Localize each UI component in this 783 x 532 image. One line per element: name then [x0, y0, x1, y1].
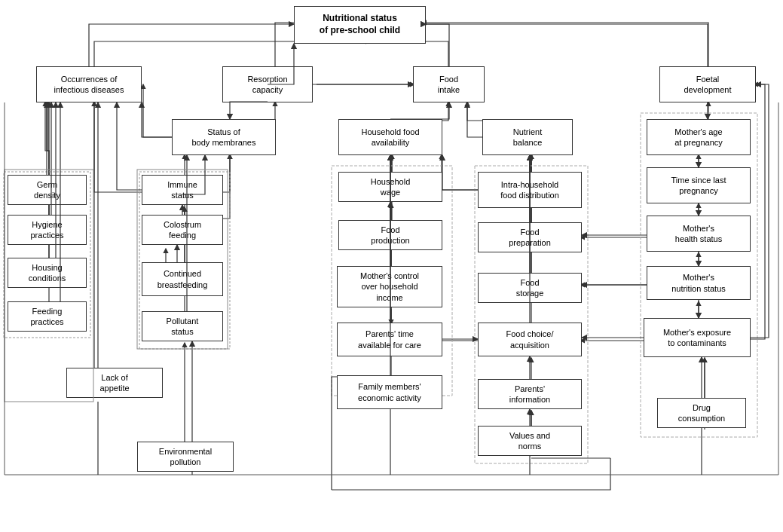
parents-time-box: Parents' timeavailable for care — [337, 323, 442, 356]
parents-info-box: Parents'information — [478, 379, 582, 409]
mothers-age-box: Mother's ageat pregnancy — [647, 119, 751, 155]
time-since-box: Time since lastpregnancy — [647, 167, 751, 203]
hh-food-avail-box: Household foodavailability — [338, 119, 442, 155]
hh-wage-box: Householdwage — [338, 172, 442, 202]
pollutant-box: Pollutantstatus — [142, 311, 223, 341]
status-membranes-box: Status ofbody membranes — [172, 119, 276, 155]
food-choice-box: Food choice/acquisition — [478, 323, 582, 356]
hygiene-box: Hygienepractices — [8, 215, 87, 245]
germ-density-box: Germdensity — [8, 175, 87, 205]
intra-hh-box: Intra-householdfood distribution — [478, 172, 582, 208]
diagram-container: Nutritional statusof pre-school child Oc… — [0, 0, 783, 532]
cont-breastfeed-box: Continuedbreastfeeding — [142, 262, 223, 296]
values-norms-box: Values andnorms — [478, 426, 582, 456]
food-storage-box: Foodstorage — [478, 273, 582, 303]
food-intake-box: Foodintake — [413, 66, 485, 102]
foetal-dev-box: Foetaldevelopment — [659, 66, 756, 102]
drug-consumption-box: Drugconsumption — [657, 398, 746, 428]
mothers-nutrition-box: Mother'snutrition status — [647, 266, 751, 300]
env-pollution-box: Environmentalpollution — [137, 442, 234, 472]
nutritional-status-box: Nutritional statusof pre-school child — [294, 6, 426, 44]
resorption-box: Resorptioncapacity — [222, 66, 313, 102]
mothers-exposure-box: Mother's exposureto contaminants — [644, 318, 751, 357]
feeding-practices-box: Feedingpractices — [8, 301, 87, 332]
occurrences-box: Occurrences ofinfectious diseases — [36, 66, 142, 102]
food-prep-box: Foodpreparation — [478, 222, 582, 252]
svg-rect-3 — [475, 166, 588, 463]
mothers-health-box: Mother'shealth status — [647, 216, 751, 252]
mothers-control-box: Mother's controlover householdincome — [337, 266, 442, 307]
lack-appetite-box: Lack ofappetite — [66, 368, 163, 398]
colostrum-box: Colostrumfeeding — [142, 215, 223, 245]
nutrient-balance-box: Nutrientbalance — [482, 119, 573, 155]
family-econ-box: Family members'economic activity — [337, 375, 442, 409]
housing-box: Housingconditions — [8, 258, 87, 288]
immune-status-box: Immunestatus — [142, 175, 223, 205]
food-prod-box: Foodproduction — [338, 220, 442, 250]
